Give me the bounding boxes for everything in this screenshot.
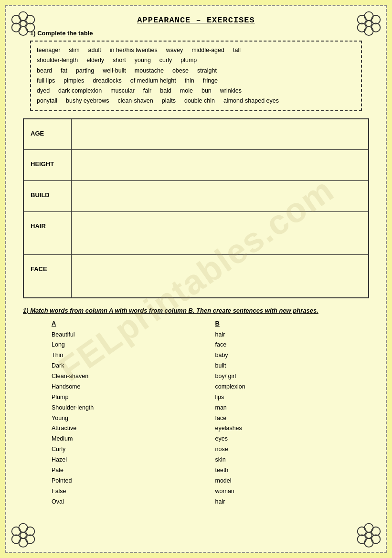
- col-a-attractive: Attractive: [52, 423, 206, 434]
- section1-label: 1) Complete the table: [30, 30, 376, 37]
- col-b-man: man: [215, 403, 370, 413]
- category-hair: HAIR: [23, 212, 71, 255]
- col-a-hazel: Hazel: [52, 455, 206, 465]
- word-clean-shaven: clean-shaven: [117, 96, 153, 106]
- word-bank-row-3: beard fat parting well-built moustache o…: [37, 66, 355, 76]
- flower-top-right: [356, 10, 382, 36]
- word-bun: bun: [201, 86, 212, 96]
- word-bank-row-1: teenager slim adult in her/his twenties …: [37, 45, 355, 55]
- word-moustache: moustache: [135, 66, 164, 76]
- col-a-dark: Dark: [52, 361, 206, 371]
- word-dreadlocks: dreadlocks: [93, 76, 121, 86]
- word-fringe: fringe: [203, 76, 218, 86]
- col-a-curly: Curly: [52, 444, 206, 455]
- col-b-nose: nose: [215, 444, 370, 455]
- col-b-eyelashes: eyelashes: [215, 423, 370, 434]
- col-a-header: A: [52, 320, 206, 327]
- word-pimples: pimples: [64, 76, 84, 86]
- word-dyed: dyed: [37, 86, 50, 96]
- word-wrinkles: wrinkles: [220, 86, 242, 96]
- word-bank-row-5: dyed dark complexion muscular fair bald …: [37, 86, 355, 96]
- col-b-teeth: teeth: [215, 465, 370, 476]
- word-obese: obese: [172, 66, 189, 76]
- word-almond-shaped-eyes: almond-shaped eyes: [223, 96, 279, 106]
- word-beard: beard: [37, 66, 52, 76]
- word-plaits: plaits: [162, 96, 176, 106]
- word-muscular: muscular: [110, 86, 135, 96]
- word-bushy-eyebrows: bushy eyebrows: [66, 96, 109, 106]
- word-plump: plump: [180, 55, 197, 65]
- word-parting: parting: [76, 66, 94, 76]
- content-hair: [71, 212, 369, 255]
- word-bank-row-4: full lips pimples dreadlocks of medium h…: [37, 76, 355, 86]
- word-teenager: teenager: [37, 45, 60, 55]
- category-age: AGE: [23, 119, 71, 150]
- word-thin: thin: [185, 76, 194, 86]
- section2-label: 1) Match words from column A with words …: [23, 307, 369, 314]
- flower-bottom-left: [10, 522, 36, 548]
- page: FELprintables.com: [5, 5, 387, 553]
- col-b-lips: lips: [215, 392, 370, 403]
- word-of-medium-height: of medium height: [130, 76, 176, 86]
- word-well-built: well-built: [103, 66, 126, 76]
- col-b-hair: hair: [215, 330, 370, 340]
- table-row-height: HEIGHT: [23, 150, 369, 181]
- col-b-boy-girl: boy/ girl: [215, 371, 370, 382]
- vocab-table: AGE HEIGHT BUILD HAIR FACE: [23, 118, 369, 298]
- word-curly: curly: [159, 55, 172, 65]
- word-bank-row-6: ponytail bushy eyebrows clean-shaven pla…: [37, 96, 355, 106]
- word-fair: fair: [143, 86, 151, 96]
- svg-point-13: [366, 21, 372, 27]
- word-young: young: [135, 55, 151, 65]
- word-mole: mole: [180, 86, 193, 96]
- content-height: [71, 150, 369, 181]
- column-a: A Beautiful Long Thin Dark Clean-shaven …: [23, 320, 206, 507]
- word-in-her-twenties: in her/his twenties: [110, 45, 158, 55]
- col-a-plump: Plump: [52, 392, 206, 403]
- word-double-chin: double chin: [184, 96, 215, 106]
- col-b-woman: woman: [215, 486, 370, 497]
- col-b-face2: face: [215, 413, 370, 424]
- svg-point-20: [20, 532, 26, 538]
- word-fat: fat: [61, 66, 67, 76]
- word-full-lips: full lips: [37, 76, 55, 86]
- table-row-face: FACE: [23, 255, 369, 298]
- col-b-baby: baby: [215, 350, 370, 361]
- col-a-medium: Medium: [52, 434, 206, 444]
- word-slim: slim: [69, 45, 79, 55]
- category-face: FACE: [23, 255, 71, 298]
- content-age: [71, 119, 369, 150]
- word-tall: tall: [233, 45, 241, 55]
- word-shoulder-length: shoulder-length: [37, 55, 78, 65]
- category-build: BUILD: [23, 181, 71, 212]
- svg-point-6: [20, 21, 26, 27]
- word-wavey: wavey: [166, 45, 183, 55]
- word-ponytail: ponytail: [37, 96, 57, 106]
- col-b-header: B: [215, 320, 370, 327]
- col-a-shoulder-length: Shoulder-length: [52, 403, 206, 413]
- col-b-model: model: [215, 476, 370, 486]
- word-bald: bald: [160, 86, 171, 96]
- col-a-handsome: Handsome: [52, 382, 206, 392]
- col-a-oval: Oval: [52, 497, 206, 507]
- col-a-long: Long: [52, 340, 206, 350]
- svg-point-27: [366, 532, 372, 538]
- col-b-face: face: [215, 340, 370, 350]
- page-title: APPEARANCE – EXERCISES: [16, 13, 376, 25]
- col-b-built: built: [215, 361, 370, 371]
- columns-container: A Beautiful Long Thin Dark Clean-shaven …: [23, 320, 369, 507]
- col-a-false: False: [52, 486, 206, 497]
- col-b-eyes: eyes: [215, 434, 370, 444]
- content-face: [71, 255, 369, 298]
- flower-bottom-right: [356, 522, 382, 548]
- col-a-young: Young: [52, 413, 206, 424]
- table-row-age: AGE: [23, 119, 369, 150]
- col-a-pale: Pale: [52, 465, 206, 476]
- column-b: B hair face baby built boy/ girl complex…: [206, 320, 370, 507]
- col-b-hair2: hair: [215, 497, 370, 507]
- word-middle-aged: middle-aged: [191, 45, 224, 55]
- word-straight: straight: [197, 66, 217, 76]
- table-row-build: BUILD: [23, 181, 369, 212]
- category-height: HEIGHT: [23, 150, 71, 181]
- col-b-skin: skin: [215, 455, 370, 465]
